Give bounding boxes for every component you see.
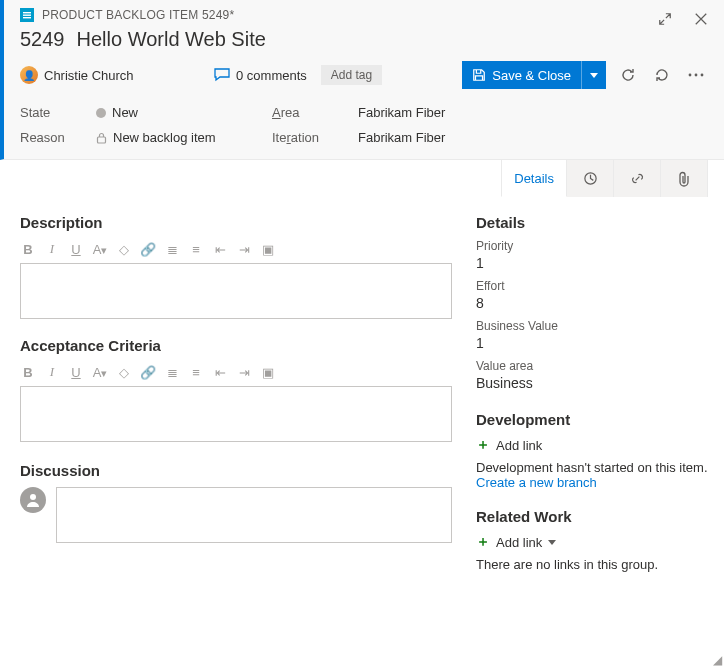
chevron-down-icon [590, 73, 598, 78]
effort-label: Effort [476, 279, 708, 293]
development-hint: Development hasn't started on this item. [476, 460, 708, 475]
details-panel-header: Details [476, 214, 708, 231]
area-label: Area [272, 105, 342, 120]
bold-icon[interactable]: B [20, 242, 36, 257]
state-value: New [112, 105, 138, 120]
svg-point-3 [689, 74, 692, 77]
svg-rect-6 [98, 137, 106, 143]
related-work-header: Related Work [476, 508, 708, 525]
refresh-icon[interactable] [616, 63, 640, 87]
close-icon[interactable] [690, 8, 712, 30]
outdent-icon[interactable]: ⇤ [212, 365, 228, 380]
create-branch-link[interactable]: Create a new branch [476, 475, 708, 490]
person-icon [25, 492, 41, 508]
italic-icon[interactable]: I [44, 241, 60, 257]
indent-icon[interactable]: ⇥ [236, 365, 252, 380]
area-value: Fabrikam Fiber [358, 105, 445, 120]
image-icon[interactable]: ▣ [260, 365, 276, 380]
tab-attachments[interactable] [660, 159, 708, 197]
assignee-name: Christie Church [44, 68, 134, 83]
add-development-link-button[interactable]: ＋ Add link [476, 436, 708, 454]
hyperlink-icon[interactable]: 🔗 [140, 242, 156, 257]
state-field[interactable]: New [96, 105, 256, 120]
description-input[interactable] [20, 263, 452, 319]
add-tag-button[interactable]: Add tag [321, 65, 382, 85]
svg-point-8 [30, 494, 36, 500]
lock-icon [96, 132, 107, 144]
svg-point-5 [701, 74, 704, 77]
area-field[interactable]: Fabrikam Fiber [358, 105, 518, 120]
reason-value: New backlog item [113, 130, 216, 145]
add-link-label: Add link [496, 535, 542, 550]
underline-icon[interactable]: U [68, 242, 84, 257]
iteration-value: Fabrikam Fiber [358, 130, 445, 145]
save-dropdown-caret[interactable] [581, 61, 606, 89]
chevron-down-icon [548, 540, 556, 545]
underline-icon[interactable]: U [68, 365, 84, 380]
maximize-icon[interactable] [654, 8, 676, 30]
reason-label: Reason [20, 130, 80, 145]
business-value-field[interactable]: 1 [476, 335, 708, 351]
acceptance-input[interactable] [20, 386, 452, 442]
save-icon [472, 68, 486, 82]
number-list-icon[interactable]: ≡ [188, 242, 204, 257]
page-title[interactable]: Hello World Web Site [77, 28, 266, 51]
bold-icon[interactable]: B [20, 365, 36, 380]
state-label: State [20, 105, 80, 120]
development-header: Development [476, 411, 708, 428]
priority-field[interactable]: 1 [476, 255, 708, 271]
comments-button[interactable]: 0 comments [214, 68, 307, 83]
iteration-field[interactable]: Fabrikam Fiber [358, 130, 518, 145]
link-icon [630, 171, 645, 186]
number-list-icon[interactable]: ≡ [188, 365, 204, 380]
description-header: Description [20, 214, 452, 231]
svg-point-4 [695, 74, 698, 77]
font-icon[interactable]: A▾ [92, 365, 108, 380]
clear-format-icon[interactable]: ◇ [116, 365, 132, 380]
undo-icon[interactable] [650, 63, 674, 87]
assignee-field[interactable]: 👤 Christie Church [20, 66, 200, 84]
discussion-avatar [20, 487, 46, 513]
iteration-label: Iteration [272, 130, 342, 145]
tab-links[interactable] [613, 159, 661, 197]
breadcrumb: PRODUCT BACKLOG ITEM 5249* [42, 8, 234, 22]
font-icon[interactable]: A▾ [92, 242, 108, 257]
svg-rect-1 [23, 15, 31, 16]
work-item-type-icon [20, 8, 34, 22]
bullet-list-icon[interactable]: ≣ [164, 365, 180, 380]
resize-grip-icon[interactable]: ◢ [713, 653, 722, 667]
clear-format-icon[interactable]: ◇ [116, 242, 132, 257]
comment-icon [214, 68, 230, 82]
reason-field[interactable]: New backlog item [96, 130, 256, 145]
outdent-icon[interactable]: ⇤ [212, 242, 228, 257]
hyperlink-icon[interactable]: 🔗 [140, 365, 156, 380]
discussion-header: Discussion [20, 462, 452, 479]
save-and-close-button[interactable]: Save & Close [462, 61, 606, 89]
indent-icon[interactable]: ⇥ [236, 242, 252, 257]
svg-rect-0 [23, 12, 31, 13]
state-dot-icon [96, 108, 106, 118]
add-link-label: Add link [496, 438, 542, 453]
attachment-icon [677, 171, 691, 187]
bullet-list-icon[interactable]: ≣ [164, 242, 180, 257]
add-related-link-button[interactable]: ＋ Add link [476, 533, 708, 551]
business-value-label: Business Value [476, 319, 708, 333]
italic-icon[interactable]: I [44, 364, 60, 380]
image-icon[interactable]: ▣ [260, 242, 276, 257]
value-area-field[interactable]: Business [476, 375, 708, 391]
value-area-label: Value area [476, 359, 708, 373]
tab-history[interactable] [566, 159, 614, 197]
svg-rect-2 [23, 17, 31, 18]
save-label: Save & Close [492, 68, 571, 83]
acceptance-header: Acceptance Criteria [20, 337, 452, 354]
priority-label: Priority [476, 239, 708, 253]
effort-field[interactable]: 8 [476, 295, 708, 311]
discussion-input[interactable] [56, 487, 452, 543]
more-actions-icon[interactable] [684, 69, 708, 81]
description-toolbar: B I U A▾ ◇ 🔗 ≣ ≡ ⇤ ⇥ ▣ [20, 239, 452, 263]
plus-icon: ＋ [476, 533, 490, 551]
history-icon [583, 171, 598, 186]
tab-details[interactable]: Details [501, 159, 567, 197]
tab-details-label: Details [502, 171, 566, 186]
work-item-id: 5249 [20, 28, 65, 51]
